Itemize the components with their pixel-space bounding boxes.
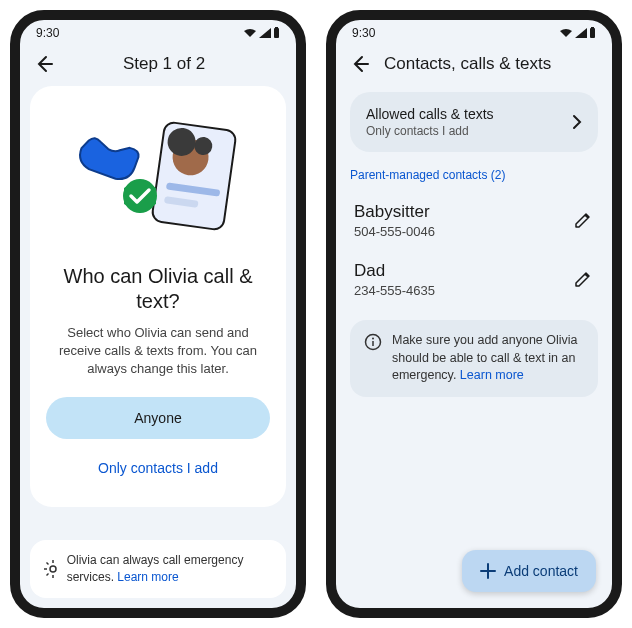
onboarding-subtext: Select who Olivia can send and receive c…: [46, 324, 270, 379]
allowed-calls-row[interactable]: Allowed calls & texts Only contacts I ad…: [350, 92, 598, 152]
onboarding-card: Who can Olivia call & text? Select who O…: [30, 86, 286, 507]
pencil-icon: [574, 211, 592, 229]
settings-icon: [44, 560, 57, 578]
info-text: Make sure you add anyone Olivia should b…: [392, 332, 584, 385]
svg-line-17: [47, 574, 49, 576]
svg-point-10: [50, 566, 56, 572]
clock: 9:30: [352, 26, 375, 40]
learn-more-link[interactable]: Learn more: [117, 570, 178, 584]
svg-point-22: [372, 338, 374, 340]
header: Contacts, calls & texts: [336, 46, 612, 86]
contact-row: Dad 234-555-4635: [350, 253, 598, 312]
contact-phone: 504-555-0046: [354, 224, 435, 239]
signal-icon: [575, 28, 587, 38]
page-title: Step 1 of 2: [68, 54, 260, 74]
phone-left: 9:30 Step 1 of 2 Who can Olivia call & t…: [10, 10, 306, 618]
edit-contact-button[interactable]: [574, 270, 594, 290]
wifi-icon: [559, 28, 573, 38]
pencil-icon: [574, 270, 592, 288]
status-bar: 9:30: [20, 20, 296, 46]
learn-more-link[interactable]: Learn more: [460, 368, 524, 382]
page-title: Contacts, calls & texts: [384, 54, 600, 74]
battery-icon: [273, 27, 280, 39]
only-contacts-button[interactable]: Only contacts I add: [46, 447, 270, 489]
onboarding-question: Who can Olivia call & text?: [46, 264, 270, 314]
arrow-left-icon: [350, 54, 370, 74]
contact-name: Babysitter: [354, 202, 435, 222]
anyone-button[interactable]: Anyone: [46, 397, 270, 439]
fab-label: Add contact: [504, 563, 578, 579]
emergency-text: Olivia can always call emergency service…: [67, 552, 272, 586]
edit-contact-button[interactable]: [574, 211, 594, 231]
wifi-icon: [243, 28, 257, 38]
svg-line-15: [47, 563, 49, 565]
battery-icon: [589, 27, 596, 39]
contact-row: Babysitter 504-555-0046: [350, 194, 598, 253]
chevron-right-icon: [572, 114, 582, 130]
contacts-content: Allowed calls & texts Only contacts I ad…: [336, 86, 612, 608]
status-icons: [243, 27, 280, 39]
section-label: Parent-managed contacts (2): [350, 168, 598, 182]
plus-icon: [480, 563, 496, 579]
signal-icon: [259, 28, 271, 38]
setting-subtitle: Only contacts I add: [366, 124, 494, 138]
status-icons: [559, 27, 596, 39]
back-button[interactable]: [32, 52, 56, 76]
emergency-info-box: Make sure you add anyone Olivia should b…: [350, 320, 598, 397]
illustration: [68, 108, 248, 248]
add-contact-button[interactable]: Add contact: [462, 550, 596, 592]
svg-rect-1: [275, 27, 278, 28]
status-bar: 9:30: [336, 20, 612, 46]
svg-rect-20: [591, 27, 594, 28]
svg-rect-0: [274, 28, 279, 38]
svg-rect-19: [590, 28, 595, 38]
header: Step 1 of 2: [20, 46, 296, 86]
setting-title: Allowed calls & texts: [366, 106, 494, 122]
info-icon: [364, 333, 382, 351]
arrow-left-icon: [34, 54, 54, 74]
emergency-footer: Olivia can always call emergency service…: [30, 540, 286, 598]
back-button[interactable]: [348, 52, 372, 76]
clock: 9:30: [36, 26, 59, 40]
phone-right: 9:30 Contacts, calls & texts Allowed cal…: [326, 10, 622, 618]
contact-name: Dad: [354, 261, 435, 281]
contact-phone: 234-555-4635: [354, 283, 435, 298]
